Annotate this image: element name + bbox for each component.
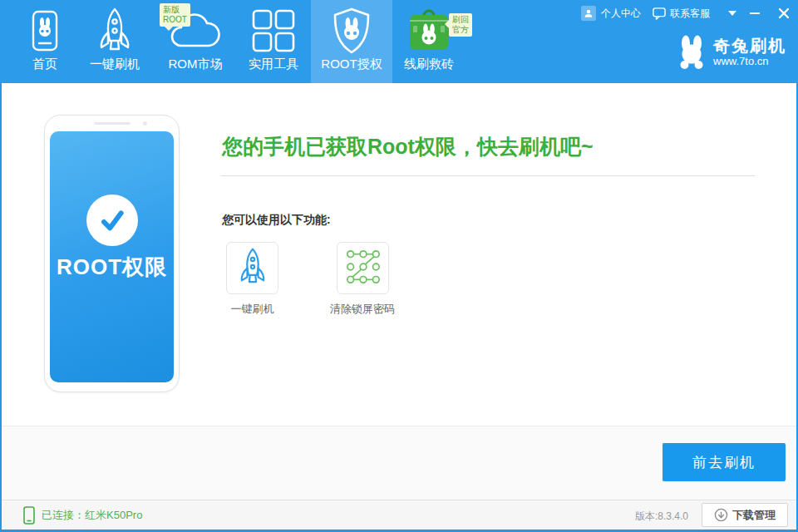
tab-one-key-flash[interactable]: 一键刷机 (75, 0, 155, 83)
grid-icon (252, 8, 295, 53)
device-status: 已连接：红米K50Pro (23, 506, 142, 525)
brand-name: 奇兔刷机 (713, 37, 786, 55)
header: 首页 一键刷机 新版 ROOT (0, 0, 798, 83)
contact-support-link[interactable]: 联系客服 (670, 7, 710, 21)
new-root-badge: 新版 ROOT (160, 3, 190, 27)
tab-home[interactable]: 首页 (15, 0, 75, 83)
tab-line-flash-rescue-label: 线刷救砖 (404, 57, 454, 72)
user-center-link[interactable]: 个人中心 (601, 7, 641, 21)
connected-device-text: 已连接：红米K50Pro (42, 508, 142, 523)
phone-rabbit-icon (32, 8, 58, 53)
tab-rom-market[interactable]: 新版 ROOT ROM市场 (155, 0, 236, 83)
feature-one-key-flash[interactable] (226, 242, 278, 294)
version-text: 版本:8.3.4.0 (635, 510, 688, 524)
official-flash-badge: 刷回 官方 (449, 13, 472, 37)
feature-clear-lock-password[interactable] (337, 242, 389, 294)
download-icon (714, 508, 728, 522)
phone-illustration: ROOT权限 (44, 115, 180, 392)
tab-root-auth-label: ROOT授权 (321, 57, 382, 72)
action-strip: 前去刷机 (0, 426, 798, 500)
page-title: 您的手机已获取Root权限，快去刷机吧~ (222, 133, 594, 160)
shield-rabbit-icon (329, 8, 374, 53)
phone-camera (143, 121, 147, 126)
tab-tools-label: 实用工具 (249, 57, 298, 72)
feature-clear-lock-password-label: 清除锁屏密码 (304, 302, 421, 317)
close-button[interactable] (778, 7, 790, 19)
chevron-down-icon[interactable] (728, 11, 736, 20)
features-subtitle: 您可以使用以下功能: (222, 213, 331, 228)
main-nav: 首页 一键刷机 新版 ROOT (15, 0, 466, 83)
tab-rom-market-label: ROM市场 (169, 57, 223, 72)
root-permission-label: ROOT权限 (50, 253, 174, 282)
title-divider (221, 175, 755, 176)
rabbit-logo-icon (675, 35, 708, 70)
rocket-icon (96, 8, 134, 53)
pattern-lock-icon (344, 248, 382, 289)
brand-url: www.7to.cn (713, 55, 786, 67)
chat-bubble-icon (653, 7, 666, 20)
phone-speaker (94, 122, 131, 125)
rocket-feature-icon (237, 248, 268, 289)
app-window: 首页 一键刷机 新版 ROOT (0, 0, 798, 532)
tab-line-flash-rescue[interactable]: 刷回 官方 (392, 0, 466, 83)
status-bar: 已连接：红米K50Pro 版本:8.3.4.0 下载管理 (0, 500, 798, 530)
connected-phone-icon (23, 506, 35, 525)
tab-root-auth[interactable]: ROOT授权 (311, 0, 392, 83)
download-manager-label: 下载管理 (732, 508, 776, 523)
download-manager-button[interactable]: 下载管理 (702, 503, 788, 527)
user-avatar[interactable] (581, 6, 596, 21)
phone-screen: ROOT权限 (50, 131, 174, 382)
tab-one-key-flash-label: 一键刷机 (90, 57, 140, 72)
minimize-button[interactable] (750, 12, 760, 14)
go-flash-button[interactable]: 前去刷机 (663, 443, 786, 481)
window-border-left (0, 83, 2, 530)
brand-logo: 奇兔刷机 www.7to.cn (675, 35, 786, 70)
green-box-rabbit-icon (407, 8, 451, 53)
window-topbar: 个人中心 联系客服 (581, 4, 790, 22)
check-circle-icon (86, 195, 138, 246)
tab-tools[interactable]: 实用工具 (236, 0, 311, 83)
tab-home-label: 首页 (32, 57, 57, 72)
main-content: ROOT权限 您的手机已获取Root权限，快去刷机吧~ 您可以使用以下功能: 一… (0, 83, 798, 426)
feature-one-key-flash-label: 一键刷机 (226, 302, 278, 317)
